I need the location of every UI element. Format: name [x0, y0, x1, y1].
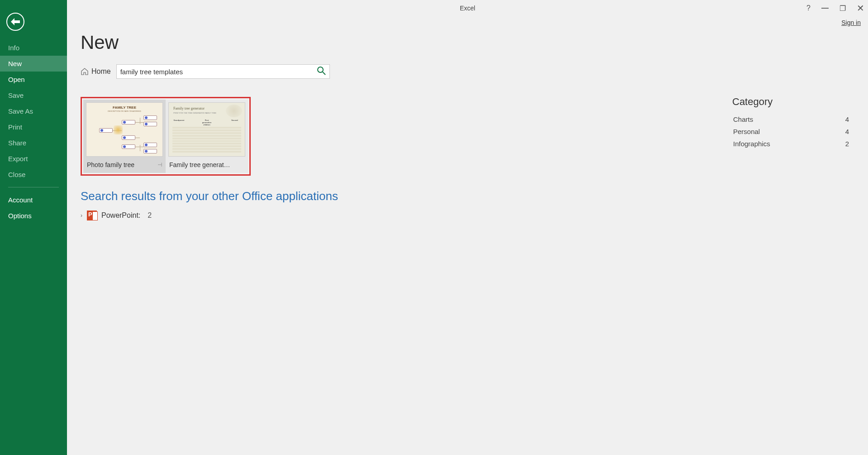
chevron-right-icon: ›	[81, 212, 82, 219]
nav-item-options[interactable]: Options	[0, 208, 67, 224]
nav-item-open[interactable]: Open	[0, 72, 67, 87]
pin-icon[interactable]: ⊣	[157, 162, 162, 168]
restore-icon[interactable]: ❐	[839, 4, 846, 13]
backstage-sidebar: InfoNewOpenSaveSave AsPrintShareExportCl…	[0, 0, 67, 455]
arrow-left-icon	[11, 18, 20, 25]
category-item[interactable]: Personal4	[732, 125, 850, 138]
nav-item-save: Save	[0, 87, 67, 103]
category-title: Category	[732, 96, 850, 108]
template-card[interactable]: Family tree generatorPRINT FOR THE TREE …	[166, 100, 248, 173]
sign-in-link[interactable]: Sign in	[841, 19, 861, 26]
nav-separator	[8, 187, 59, 187]
category-count: 4	[845, 115, 849, 123]
category-label: Infographics	[733, 140, 770, 148]
nav-item-account[interactable]: Account	[0, 192, 67, 208]
page-title: New	[81, 32, 868, 53]
other-results-item-powerpoint[interactable]: › PowerPoint: 2	[81, 211, 529, 220]
breadcrumb-home[interactable]: Home	[81, 67, 111, 76]
powerpoint-icon	[87, 211, 97, 220]
template-label: Photo family tree⊣	[83, 157, 166, 173]
search-box[interactable]	[116, 64, 330, 79]
category-item[interactable]: Charts4	[732, 113, 850, 125]
nav-item-print: Print	[0, 119, 67, 135]
help-icon[interactable]: ?	[806, 4, 811, 12]
title-bar: Excel ? — ❐ ✕	[67, 0, 868, 16]
home-icon	[81, 68, 89, 75]
other-results-app-label: PowerPoint:	[101, 211, 140, 220]
category-panel: Category Charts4Personal4Infographics2	[732, 96, 850, 150]
nav-item-export: Export	[0, 151, 67, 167]
category-item[interactable]: Infographics2	[732, 138, 850, 150]
template-results-highlight: FAMILY TREEDESCRIPTION OR DATE OR ADDRES…	[81, 97, 251, 176]
category-label: Charts	[733, 115, 753, 123]
nav-item-close: Close	[0, 167, 67, 182]
template-thumbnail: FAMILY TREEDESCRIPTION OR DATE OR ADDRES…	[86, 102, 163, 157]
nav-item-share: Share	[0, 135, 67, 151]
back-button[interactable]	[6, 13, 24, 31]
other-results-count: 2	[148, 211, 152, 220]
other-results-heading: Search results from your other Office ap…	[81, 189, 529, 203]
app-title: Excel	[460, 5, 475, 12]
category-label: Personal	[733, 128, 760, 135]
svg-line-1	[323, 72, 325, 75]
template-thumbnail: Family tree generatorPRINT FOR THE TREE …	[168, 102, 245, 157]
close-icon[interactable]: ✕	[857, 3, 864, 14]
template-label: Family tree generat…	[166, 157, 248, 173]
template-card[interactable]: FAMILY TREEDESCRIPTION OR DATE OR ADDRES…	[83, 100, 166, 173]
breadcrumb-home-label: Home	[91, 67, 111, 76]
minimize-icon[interactable]: —	[821, 4, 829, 12]
nav-item-new[interactable]: New	[0, 56, 67, 72]
search-input[interactable]	[120, 68, 317, 76]
nav-item-info: Info	[0, 40, 67, 56]
svg-point-0	[318, 67, 323, 72]
search-icon[interactable]	[317, 66, 326, 77]
category-count: 2	[845, 140, 849, 148]
nav-item-save-as: Save As	[0, 103, 67, 119]
category-count: 4	[845, 128, 849, 135]
